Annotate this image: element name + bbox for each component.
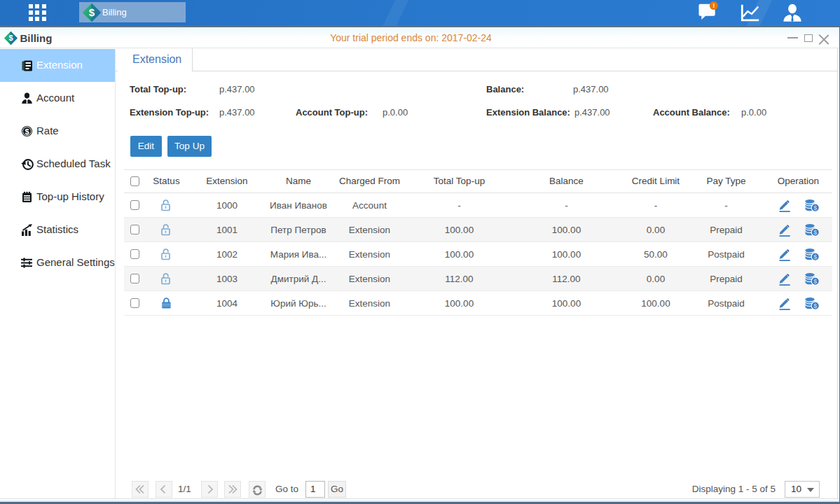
- svg-text:$: $: [813, 204, 817, 211]
- svg-text:$: $: [813, 302, 817, 309]
- svg-text:$: $: [813, 278, 817, 285]
- svg-text:$: $: [813, 253, 817, 260]
- svg-text:!: !: [712, 2, 715, 9]
- svg-text:$: $: [25, 127, 29, 135]
- svg-text:$: $: [813, 229, 817, 236]
- svg-text:$: $: [89, 6, 95, 18]
